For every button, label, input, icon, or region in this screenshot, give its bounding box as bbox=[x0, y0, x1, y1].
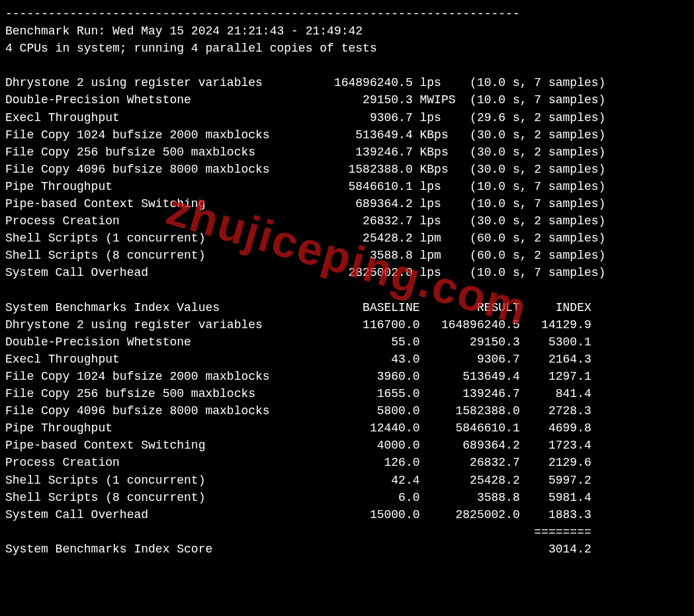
terminal-output: ----------------------------------------… bbox=[5, 5, 689, 558]
